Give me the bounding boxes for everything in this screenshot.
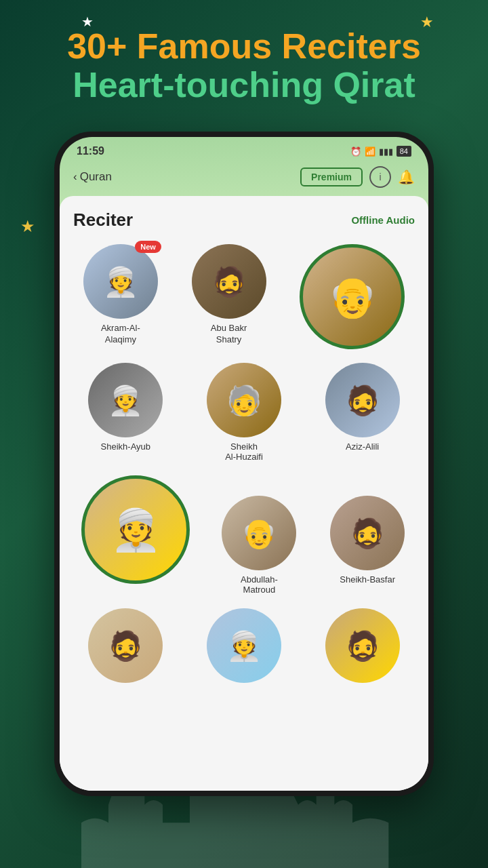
avatar-featured-2: 👳 (81, 475, 190, 584)
reciter-row-2: 👳 Sheikh-Ayub 🧓 SheikhAl-Huzaifi 🧔 Aziz-… (70, 363, 418, 462)
phone-frame: 11:59 ⏰ 📶 ▮▮▮ 84 ‹ Quran Premium i 🔔 (54, 132, 434, 796)
reciter-item[interactable]: 🧔 Sheikh-Basfar (317, 496, 418, 585)
reciter-item[interactable]: 👳 (188, 608, 300, 683)
notification-bell-icon[interactable]: 🔔 (398, 169, 415, 185)
reciter-item[interactable]: 🧔 Abu BakrShatry (178, 244, 280, 346)
reciter-item[interactable]: 👴 Abdullah-Matroud (209, 496, 310, 595)
section-header: Reciter Offline Audio (70, 210, 418, 231)
reciter-name-abdullah-matroud: Abdullah-Matroud (241, 574, 278, 595)
reciter-name-sheikh-huzaifi: SheikhAl-Huzaifi (225, 441, 263, 462)
info-icon: i (379, 172, 381, 182)
back-button[interactable]: ‹ Quran (73, 170, 112, 184)
offline-audio-link[interactable]: Offline Audio (351, 214, 415, 226)
avatar-abu-bakr: 🧔 (192, 244, 266, 319)
avatar-sheikh-basfar: 🧔 (330, 496, 405, 570)
reciter-item[interactable]: 👳 New Akram-Al-Alaqimy (70, 244, 171, 346)
headline-section: 30+ Famous Reciters Heart-touching Qirat (0, 0, 488, 125)
status-icons: ⏰ 📶 ▮▮▮ 84 (350, 146, 411, 157)
reciter-item[interactable]: 🧔 Aziz-Alili (306, 363, 418, 462)
section-title: Reciter (73, 210, 133, 231)
avatar-reciter-11: 👳 (207, 608, 281, 683)
avatar-sheikh-ayub: 👳 (88, 363, 163, 437)
nav-right-actions: Premium i 🔔 (300, 166, 415, 188)
alarm-icon: ⏰ (350, 146, 361, 157)
avatar-abdullah-matroud: 👴 (222, 496, 296, 570)
avatar-aziz-alili: 🧔 (325, 363, 400, 437)
reciter-name-sheikh-basfar: Sheikh-Basfar (340, 574, 395, 585)
reciter-item[interactable]: 👳 Sheikh-Ayub (70, 363, 182, 462)
reciter-item-featured-1[interactable]: 👴 (286, 244, 418, 349)
reciter-item[interactable]: 🧓 SheikhAl-Huzaifi (188, 363, 300, 462)
reciter-name-aziz-alili: Aziz-Alili (346, 441, 379, 452)
reciter-row-4: 🧔 👳 🧔 (70, 608, 418, 683)
reciter-row-1: 👳 New Akram-Al-Alaqimy 🧔 Abu BakrShatry … (70, 244, 418, 349)
info-button[interactable]: i (369, 166, 391, 188)
premium-button[interactable]: Premium (300, 167, 363, 186)
phone-screen: 11:59 ⏰ 📶 ▮▮▮ 84 ‹ Quran Premium i 🔔 (60, 137, 428, 791)
reciter-name-akram: Akram-Al-Alaqimy (101, 323, 140, 346)
avatar-akram: 👳 (83, 244, 158, 319)
avatar-reciter-10: 🧔 (88, 608, 163, 683)
reciter-item[interactable]: 🧔 (306, 608, 418, 683)
reciter-item[interactable]: 🧔 (70, 608, 182, 683)
headline-line1: 30+ Famous Reciters (27, 27, 461, 66)
new-badge: New (135, 241, 161, 253)
star-decoration-bottom-left: ★ (20, 217, 35, 236)
reciter-item-featured-2[interactable]: 👳 (70, 475, 202, 584)
reciter-row-3: 👳 👴 Abdullah-Matroud 🧔 Sheikh-Basfar (70, 475, 418, 595)
battery-icon: 84 (396, 146, 411, 157)
avatar-reciter-12: 🧔 (325, 608, 400, 683)
wifi-icon: 📶 (365, 146, 375, 157)
content-area: Reciter Offline Audio 👳 New Akram-Al-Ala… (60, 196, 428, 791)
status-time: 11:59 (77, 145, 104, 157)
status-bar: 11:59 ⏰ 📶 ▮▮▮ 84 (60, 137, 428, 161)
headline-line2: Heart-touching Qirat (27, 66, 461, 104)
signal-icon: ▮▮▮ (379, 146, 393, 157)
avatar-sheikh-huzaifi: 🧓 (207, 363, 281, 437)
back-arrow-icon: ‹ (73, 170, 77, 184)
avatar-featured-1: 👴 (300, 244, 405, 349)
reciter-name-abu-bakr: Abu BakrShatry (211, 323, 247, 346)
back-label: Quran (80, 170, 112, 184)
nav-bar: ‹ Quran Premium i 🔔 (60, 161, 428, 196)
reciter-name-sheikh-ayub: Sheikh-Ayub (101, 441, 150, 452)
